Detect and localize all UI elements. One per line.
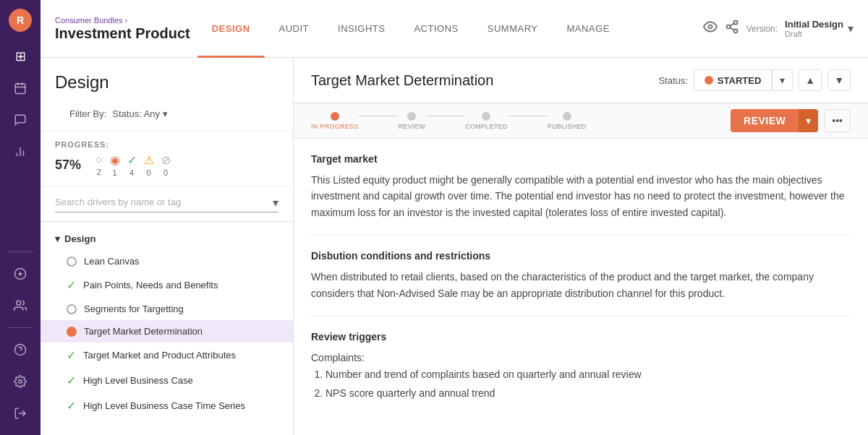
check-mark-icon: ✓	[67, 278, 76, 292]
search-dropdown-icon: ▾	[273, 196, 278, 210]
tab-insights[interactable]: INSIGHTS	[323, 0, 399, 58]
chart-icon[interactable]	[7, 139, 33, 165]
step-dot-grey	[407, 112, 416, 121]
search-input[interactable]	[55, 192, 278, 212]
filter-row: Filter By: Status: Any ▾	[55, 101, 278, 124]
divider2	[7, 327, 33, 328]
svg-point-17	[726, 25, 730, 29]
status-badge: STARTED	[694, 69, 772, 91]
step-connector2	[425, 116, 465, 116]
tab-design[interactable]: DESIGN	[197, 0, 265, 58]
driver-business-case[interactable]: ✓ High Level Business Case	[41, 368, 293, 393]
list-item: NPS score quarterly and annual trend	[326, 384, 851, 402]
collapse-up-btn[interactable]: ▲	[799, 69, 822, 91]
progress-steps-bar: IN PROGRESS REVIEW COMPLETED	[294, 103, 868, 139]
progress-icons: ○ 2 ◉ 1 ✓ 4 ⚠ 0	[95, 153, 171, 177]
filter-select[interactable]: Status: Any ▾	[112, 108, 168, 119]
left-panel: Design Filter By: Status: Any ▾ PROGRESS…	[41, 58, 294, 435]
home-icon[interactable]: ⊞	[7, 43, 33, 69]
step-in-progress-label: IN PROGRESS	[311, 123, 359, 130]
driver-target-market[interactable]: Target Market Determination	[41, 320, 293, 343]
add-icon[interactable]	[7, 261, 33, 287]
step-connector3	[508, 116, 548, 116]
page-title: Investment Product	[55, 25, 190, 42]
prog-item-warning: ⚠ 0	[144, 153, 154, 177]
filter-label: Filter By:	[69, 108, 106, 119]
content-area: Design Filter By: Status: Any ▾ PROGRESS…	[41, 58, 868, 435]
right-panel: Target Market Determination Status: STAR…	[294, 58, 868, 435]
step-dot-active	[331, 112, 339, 121]
collapse-down-btn[interactable]: ▼	[827, 69, 851, 91]
tab-audit[interactable]: AUDIT	[265, 0, 324, 58]
driver-lean-canvas[interactable]: Lean Canvas	[41, 250, 293, 272]
breadcrumb: Consumer Bundles ›	[55, 16, 190, 25]
right-title-row: Target Market Determination	[311, 72, 493, 89]
driver-pain-points[interactable]: ✓ Pain Points, Needs and Benefits	[41, 272, 293, 298]
driver-label: High Level Business Case Time Series	[83, 400, 245, 411]
prog-item-circle: ○ 2	[95, 153, 103, 177]
filter-chevron-icon: ▾	[163, 108, 168, 119]
chat-icon[interactable]	[7, 107, 33, 133]
disbution-text: When distributed to retail clients, base…	[311, 269, 851, 301]
header-right: Version: Initial Design Draft ▾	[703, 19, 854, 39]
check-mark-icon: ✓	[67, 399, 76, 413]
review-btn-group: REVIEW ▾ •••	[731, 109, 851, 132]
warning-icon: ⚠	[144, 153, 154, 167]
team-icon[interactable]	[7, 293, 33, 319]
brand-section: Consumer Bundles › Investment Product	[55, 16, 190, 42]
review-button[interactable]: REVIEW	[731, 109, 799, 132]
version-name: Initial Design	[785, 19, 843, 30]
step-published-label: PUBLISHED	[548, 123, 587, 130]
step-dot-grey2	[482, 112, 490, 121]
sidebar: R ⊞	[0, 0, 41, 435]
svg-point-16	[733, 21, 737, 25]
target-market-text: This Listed equity product might be gene…	[311, 172, 851, 220]
driver-target-attributes[interactable]: ✓ Target Market and Product Attributes	[41, 343, 293, 368]
status-dropdown-btn[interactable]: ▾	[772, 69, 793, 91]
status-label-text: Status:	[658, 75, 687, 86]
circle-icon: ○	[95, 153, 103, 166]
help-icon[interactable]	[7, 337, 33, 363]
more-actions-btn[interactable]: •••	[824, 109, 851, 132]
review-dropdown-btn[interactable]: ▾	[799, 109, 818, 132]
right-header: Target Market Determination Status: STAR…	[294, 58, 868, 103]
design-section-header[interactable]: ▾ Design	[41, 228, 293, 250]
driver-business-case-time[interactable]: ✓ High Level Business Case Time Series	[41, 393, 293, 418]
driver-segments[interactable]: Segments for Targetting	[41, 298, 293, 320]
svg-point-13	[19, 380, 22, 384]
disbution-title: Disbution conditions and restrictions	[311, 250, 851, 262]
design-header: Design Filter By: Status: Any ▾	[41, 58, 293, 132]
driver-label: Lean Canvas	[84, 256, 140, 267]
nav-tabs: DESIGN AUDIT INSIGHTS ACTIONS SUMMARY MA…	[197, 0, 703, 58]
tab-actions[interactable]: ACTIONS	[399, 0, 472, 58]
main-content: Consumer Bundles › Investment Product DE…	[41, 0, 868, 435]
status-circle-icon	[67, 257, 77, 267]
settings-icon[interactable]	[7, 369, 33, 395]
tab-manage[interactable]: MANAGE	[552, 0, 624, 58]
search-wrap: ▾	[55, 192, 278, 212]
version-sub: Draft	[785, 30, 843, 38]
logout-icon[interactable]	[7, 400, 33, 426]
tab-summary[interactable]: SUMMARY	[473, 0, 553, 58]
warning-count: 0	[147, 168, 151, 177]
search-row: ▾	[41, 186, 293, 222]
version-label: Version:	[746, 24, 778, 34]
driver-list: ▾ Design Lean Canvas ✓ Pain Points, Need…	[41, 222, 293, 435]
driver-label: High Level Business Case	[83, 375, 193, 386]
driver-label: Segments for Targetting	[84, 303, 184, 314]
version-dropdown-icon[interactable]: ▾	[848, 22, 854, 35]
version-box: Initial Design Draft ▾	[785, 19, 854, 39]
step-review-label: REVIEW	[399, 123, 425, 130]
avatar[interactable]: R	[9, 9, 32, 32]
progress-percent: 57%	[55, 158, 84, 173]
step-completed: COMPLETED	[465, 112, 508, 130]
review-triggers-section: Review triggers Complaints: Number and t…	[311, 331, 851, 417]
driver-label: Target Market Determination	[84, 326, 203, 337]
steps-row: IN PROGRESS REVIEW COMPLETED	[311, 112, 587, 130]
step-completed-label: COMPLETED	[465, 123, 508, 130]
eye-icon[interactable]	[703, 20, 718, 38]
check-mark-icon: ✓	[67, 348, 76, 362]
progress-section: PROGRESS: 57% ○ 2 ◉ 1 ✓	[41, 132, 293, 186]
calendar-icon[interactable]	[7, 75, 33, 101]
share-icon[interactable]	[725, 20, 739, 38]
